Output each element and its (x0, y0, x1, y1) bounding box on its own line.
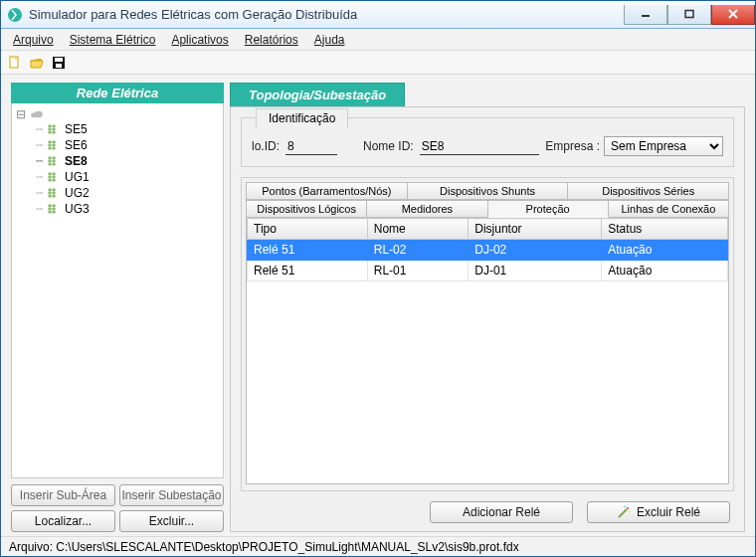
tree-node-se6[interactable]: ┈SE6 (36, 137, 219, 153)
cell-disjuntor: DJ-01 (469, 261, 602, 281)
substation-icon (47, 171, 61, 183)
cell-nome: RL-01 (367, 261, 468, 281)
svg-rect-8 (56, 64, 62, 68)
titlebar: Simulador para Redes Elétricas com Geraç… (1, 1, 755, 29)
right-panel: Topologia/Subestação Identificação lo.ID… (230, 83, 745, 532)
app-icon (7, 7, 23, 23)
tab-series[interactable]: Dispositivos Séries (568, 182, 729, 200)
identification-tab[interactable]: Identificação (256, 108, 348, 128)
insert-substation-button[interactable]: Inserir Subestação (119, 484, 224, 506)
menu-ajuda[interactable]: Ajuda (308, 31, 351, 49)
table-row[interactable]: Relé 51RL-01DJ-01Atuação (248, 261, 728, 281)
cell-status: Atuação (602, 261, 728, 281)
menu-relatorios[interactable]: Relatórios (239, 31, 304, 49)
identification-group: Identificação lo.ID: Nome ID: Empresa : … (241, 117, 734, 167)
statusbar: Arquivo: C:\Users\SLESCALANTE\Desktop\PR… (1, 536, 755, 556)
left-panel: Rede Elétrica ⊟ ┈SE5┈SE6┈SE8┈UG1┈UG2┈UG3… (11, 83, 224, 532)
minimize-button[interactable] (624, 5, 667, 25)
tree-node-label: UG1 (65, 170, 90, 184)
right-buttons: Adicionar Relé Excluir Relé (241, 491, 734, 523)
status-path: Arquivo: C:\Users\SLESCALANTE\Desktop\PR… (9, 540, 519, 554)
tab-shunts[interactable]: Dispositivos Shunts (408, 182, 569, 200)
menu-aplicativos[interactable]: Aplicativos (165, 31, 234, 49)
col-tipo[interactable]: Tipo (248, 219, 368, 240)
menu-arquivo[interactable]: Arquivo (7, 31, 60, 49)
svg-line-41 (619, 509, 627, 517)
add-relay-button[interactable]: Adicionar Relé (430, 501, 573, 523)
svg-rect-7 (55, 58, 63, 62)
substation-icon (47, 203, 61, 215)
col-nome[interactable]: Nome (367, 219, 468, 240)
table-row[interactable]: Relé 51RL-02DJ-02Atuação (248, 240, 728, 261)
substation-icon (47, 139, 61, 151)
locate-button[interactable]: Localizar... (11, 510, 115, 532)
tree-node-label: UG2 (65, 186, 90, 200)
app-window: Simulador para Redes Elétricas com Geraç… (0, 0, 756, 557)
window-title: Simulador para Redes Elétricas com Geraç… (29, 7, 357, 22)
save-icon[interactable] (51, 55, 67, 71)
body: Rede Elétrica ⊟ ┈SE5┈SE6┈SE8┈UG1┈UG2┈UG3… (1, 75, 755, 536)
right-content: Identificação lo.ID: Nome ID: Empresa : … (230, 106, 745, 532)
tree-node-ug2[interactable]: ┈UG2 (36, 185, 219, 201)
nomeid-label: Nome ID: (363, 139, 414, 153)
tree-node-label: UG3 (65, 202, 90, 216)
tree-node-ug3[interactable]: ┈UG3 (36, 201, 219, 217)
tree-node-se8[interactable]: ┈SE8 (36, 153, 219, 169)
menubar: Arquivo Sistema Elétrico Aplicativos Rel… (1, 29, 755, 51)
tab-logicos[interactable]: Dispositivos Lógicos (246, 200, 367, 218)
svg-rect-2 (685, 11, 693, 18)
tree-node-se5[interactable]: ┈SE5 (36, 121, 219, 137)
empresa-select[interactable]: Sem Empresa (604, 136, 723, 156)
tree-root[interactable]: ⊟ (16, 107, 219, 121)
noid-label: lo.ID: (252, 139, 280, 153)
svg-point-10 (35, 111, 43, 118)
wand-icon (617, 505, 631, 519)
cell-nome: RL-02 (367, 240, 468, 261)
cell-tipo: Relé 51 (248, 261, 368, 281)
svg-point-42 (627, 507, 629, 509)
substation-icon (47, 123, 61, 135)
cell-disjuntor: DJ-02 (469, 240, 602, 261)
noid-input[interactable] (285, 138, 337, 155)
substation-icon (47, 187, 61, 199)
toolbar (1, 51, 755, 75)
insert-subarea-button[interactable]: Inserir Sub-Área (11, 484, 115, 506)
open-file-icon[interactable] (29, 55, 45, 71)
svg-rect-5 (10, 57, 18, 68)
tree-node-label: SE8 (65, 154, 88, 168)
tab-protecao[interactable]: Proteção (488, 200, 609, 218)
tab-pontos[interactable]: Pontos (Barramentos/Nós) (246, 182, 408, 200)
tree-node-label: SE6 (65, 138, 88, 152)
tree-view[interactable]: ⊟ ┈SE5┈SE6┈SE8┈UG1┈UG2┈UG3 (11, 103, 224, 478)
tree-node-label: SE5 (65, 122, 88, 136)
menu-sistema-eletrico[interactable]: Sistema Elétrico (64, 31, 162, 49)
protection-grid[interactable]: Tipo Nome Disjuntor Status Relé 51RL-02D… (246, 218, 729, 484)
col-disjuntor[interactable]: Disjuntor (469, 219, 602, 240)
col-status[interactable]: Status (602, 219, 728, 240)
svg-point-44 (629, 510, 630, 511)
substation-icon (47, 155, 61, 167)
window-buttons (624, 5, 755, 25)
tree-node-ug1[interactable]: ┈UG1 (36, 169, 219, 185)
tab-topologia[interactable]: Topologia/Subestação (230, 83, 405, 106)
left-panel-title: Rede Elétrica (11, 83, 224, 103)
svg-point-0 (8, 8, 22, 22)
new-file-icon[interactable] (7, 55, 23, 71)
close-button[interactable] (711, 5, 755, 25)
tab-linhas[interactable]: Linhas de Conexão (609, 200, 729, 218)
subtabs-group: Pontos (Barramentos/Nós) Dispositivos Sh… (241, 177, 734, 491)
nomeid-input[interactable] (420, 138, 539, 155)
cloud-icon (30, 109, 44, 119)
tab-medidores[interactable]: Medidores (367, 200, 487, 218)
delete-button[interactable]: Excluir... (119, 510, 224, 532)
maximize-button[interactable] (667, 5, 711, 25)
svg-point-43 (624, 506, 625, 507)
cell-status: Atuação (602, 240, 728, 261)
left-buttons: Inserir Sub-Área Inserir Subestação Loca… (11, 478, 224, 532)
empresa-label: Empresa : (545, 139, 600, 153)
delete-relay-button[interactable]: Excluir Relé (587, 501, 730, 523)
cell-tipo: Relé 51 (248, 240, 368, 261)
main-tabstrip: Topologia/Subestação (230, 83, 745, 106)
